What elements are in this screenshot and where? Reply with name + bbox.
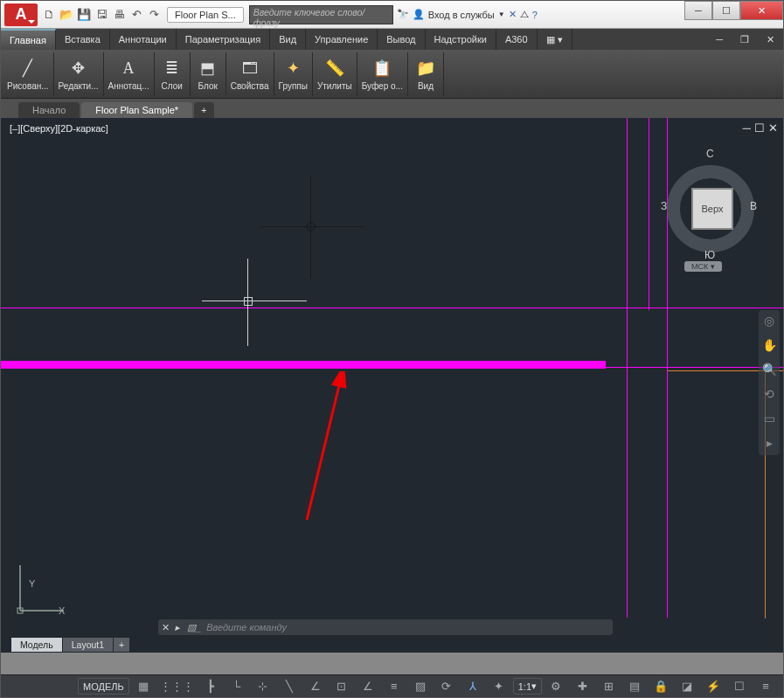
navigation-bar[interactable]: ◎ ✋ 🔍 ⟲ ▭ ▸ <box>759 310 780 455</box>
doc-minimize-icon[interactable]: ─ <box>707 29 732 50</box>
tab-annotate[interactable]: Аннотации <box>110 29 177 50</box>
doc-close-icon[interactable]: ✕ <box>758 29 783 50</box>
tab-layout-add[interactable]: + <box>114 638 129 652</box>
exchange-icon[interactable]: ✕ <box>509 9 517 20</box>
pan-icon[interactable]: ✋ <box>761 338 777 354</box>
grid-line <box>1 308 783 308</box>
sb-scale[interactable]: 1:1 ▾ <box>513 678 542 695</box>
sb-units-icon[interactable]: ⊞ <box>596 678 621 695</box>
save-icon[interactable]: 💾 <box>76 7 92 23</box>
vp-minimize-icon[interactable]: ─ <box>743 121 751 135</box>
panel-groups[interactable]: ✦Группы <box>274 52 313 96</box>
sb-infer-icon[interactable]: ┣ <box>198 678 223 695</box>
properties-icon: 🗔 <box>237 57 263 79</box>
annotation-arrow <box>272 371 377 529</box>
tab-layout1[interactable]: Layout1 <box>63 638 113 652</box>
sb-polar-icon[interactable]: ⊹ <box>251 678 275 695</box>
user-icon[interactable]: 👤 <box>413 9 425 20</box>
nav-more-icon[interactable]: ▸ <box>761 436 777 452</box>
sb-isolate-icon[interactable]: ◪ <box>675 678 699 695</box>
tab-insert[interactable]: Вставка <box>56 29 110 50</box>
tab-add-button[interactable]: + <box>194 102 213 118</box>
showmotion-icon[interactable]: ▭ <box>761 411 777 427</box>
sb-iso-icon[interactable]: ╲ <box>277 678 302 695</box>
doc-restore-icon[interactable]: ❐ <box>732 29 758 50</box>
sb-clean-icon[interactable]: ☐ <box>727 678 752 695</box>
sb-hardware-icon[interactable]: ⚡ <box>701 678 725 695</box>
tab-parametric[interactable]: Параметризация <box>177 29 270 50</box>
sb-autoscale-icon[interactable]: ✦ <box>487 678 511 695</box>
tab-view[interactable]: Вид <box>270 29 306 50</box>
viewport-label[interactable]: [–][Сверху][2D-каркас] <box>10 123 108 134</box>
sb-lockui-icon[interactable]: 🔒 <box>649 678 673 695</box>
sb-transparency-icon[interactable]: ▨ <box>408 678 433 695</box>
saveas-icon[interactable]: 🖫 <box>94 7 109 23</box>
tab-manage[interactable]: Управление <box>306 29 378 50</box>
tab-active-doc[interactable]: Floor Plan Sample* <box>81 102 192 118</box>
viewcube-west[interactable]: З <box>661 200 667 212</box>
viewcube-top-face[interactable]: Верх <box>691 188 733 230</box>
vp-maximize-icon[interactable]: ☐ <box>754 121 765 135</box>
app-logo[interactable]: A <box>4 3 38 26</box>
panel-clipboard[interactable]: 📋Буфер о... <box>357 52 408 96</box>
wcs-button[interactable]: МСК ▾ <box>684 261 722 272</box>
groups-icon: ✦ <box>280 57 306 79</box>
tab-home[interactable]: Главная <box>1 29 56 50</box>
tab-a360[interactable]: A360 <box>496 29 538 50</box>
tab-addins[interactable]: Надстройки <box>426 29 496 50</box>
sb-grid-icon[interactable]: ▦ <box>131 678 156 695</box>
panel-annotation[interactable]: AАннотац... <box>104 52 155 96</box>
cmd-close-icon[interactable]: ✕ <box>158 622 173 633</box>
viewcube-east[interactable]: В <box>750 200 757 212</box>
fullnav-icon[interactable]: ◎ <box>761 314 777 329</box>
sb-annomon-icon[interactable]: ✚ <box>570 678 594 695</box>
orbit-icon[interactable]: ⟲ <box>761 387 777 403</box>
help-icon[interactable]: ? <box>532 10 538 20</box>
move-icon: ✥ <box>66 57 92 79</box>
drawing-canvas[interactable]: [–][Сверху][2D-каркас] ─ ☐ ✕ Верх <box>1 118 783 653</box>
tab-model[interactable]: Модель <box>11 638 62 652</box>
cmd-history-icon[interactable]: ▸ <box>173 622 182 633</box>
tab-output[interactable]: Вывод <box>378 29 425 50</box>
panel-properties[interactable]: 🗔Свойства <box>226 52 274 96</box>
sb-3dosnap-icon[interactable]: ⊡ <box>330 678 354 695</box>
panel-view[interactable]: 📁Вид <box>408 52 444 96</box>
tab-start[interactable]: Начало <box>18 102 80 118</box>
panel-utilities[interactable]: 📏Утилиты <box>313 52 357 96</box>
new-icon[interactable]: 🗋 <box>41 7 57 23</box>
open-icon[interactable]: 📂 <box>59 7 74 23</box>
sb-modelspace[interactable]: МОДЕЛЬ <box>78 678 129 695</box>
viewcube-north[interactable]: С <box>706 148 714 160</box>
panel-block[interactable]: ⬒Блок <box>191 52 226 96</box>
sb-lineweight-icon[interactable]: ≡ <box>382 678 406 695</box>
undo-icon[interactable]: ↶ <box>128 7 144 23</box>
print-icon[interactable]: 🖶 <box>111 7 127 23</box>
sb-cycling-icon[interactable]: ⟳ <box>434 678 459 695</box>
sb-snap-icon[interactable]: ⋮⋮⋮ <box>157 678 197 695</box>
viewcube[interactable]: Верх С Ю В З МСК ▾ <box>663 148 759 270</box>
panel-draw[interactable]: ╱Рисован... <box>3 52 54 96</box>
sb-quickprops-icon[interactable]: ▤ <box>622 678 647 695</box>
sb-annoscale-icon[interactable]: ⅄ <box>461 678 485 695</box>
sb-custom-icon[interactable]: ≡ <box>753 678 778 695</box>
search-input[interactable]: Введите ключевое слово/фразу <box>249 5 393 24</box>
sb-workspace-icon[interactable]: ⚙ <box>544 678 568 695</box>
sb-ortho-icon[interactable]: └ <box>225 678 249 695</box>
sb-otrack-icon[interactable]: ∠ <box>356 678 380 695</box>
redo-icon[interactable]: ↷ <box>146 7 162 23</box>
sign-in-label[interactable]: Вход в службы <box>428 10 495 20</box>
cmd-placeholder: Введите команду <box>206 622 287 632</box>
close-button[interactable]: ✕ <box>740 1 783 20</box>
zoom-icon[interactable]: 🔍 <box>761 363 777 378</box>
panel-modify[interactable]: ✥Редакти... <box>54 52 104 96</box>
binoculars-icon[interactable]: 🔭 <box>397 9 409 20</box>
tab-featured[interactable]: ▦ ▾ <box>538 29 572 50</box>
vp-close-icon[interactable]: ✕ <box>768 121 778 135</box>
command-line[interactable]: ✕ ▸ ▧_ Введите команду <box>158 619 613 635</box>
a360-icon[interactable]: ⧍ <box>520 9 529 20</box>
minimize-button[interactable]: ─ <box>684 1 712 20</box>
viewcube-south[interactable]: Ю <box>704 249 715 261</box>
maximize-button[interactable]: ☐ <box>712 1 740 20</box>
sb-osnap-icon[interactable]: ∠ <box>303 678 328 695</box>
panel-layers[interactable]: ≣Слои <box>155 52 191 96</box>
